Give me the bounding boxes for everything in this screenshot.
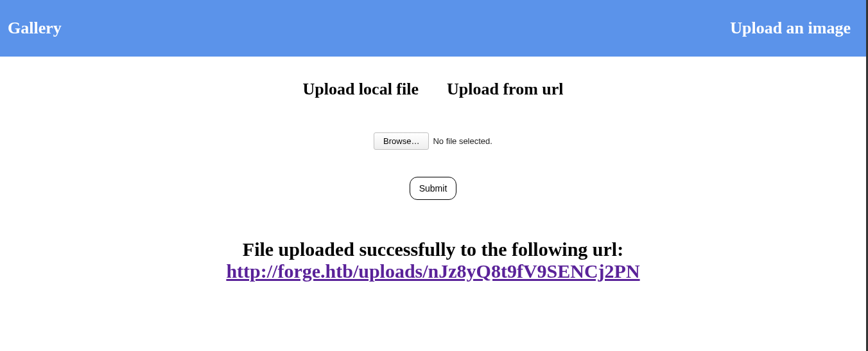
tab-upload-url[interactable]: Upload from url	[447, 80, 564, 99]
upload-result: File uploaded successfully to the follow…	[0, 239, 866, 282]
upload-link[interactable]: Upload an image	[730, 19, 858, 38]
file-input-section: Browse… No file selected.	[0, 132, 866, 150]
result-url-link[interactable]: http://forge.htb/uploads/nJz8yQ8t9fV9SEN…	[226, 260, 639, 282]
tab-upload-local[interactable]: Upload local file	[302, 80, 419, 99]
browse-button[interactable]: Browse…	[374, 132, 429, 150]
result-message: File uploaded successfully to the follow…	[0, 239, 866, 260]
upload-tabs: Upload local file Upload from url	[0, 80, 866, 99]
submit-section: Submit	[0, 177, 866, 200]
gallery-link[interactable]: Gallery	[8, 19, 62, 38]
submit-button[interactable]: Submit	[410, 177, 457, 200]
file-selected-label: No file selected.	[433, 136, 492, 146]
header: Gallery Upload an image	[0, 0, 866, 57]
